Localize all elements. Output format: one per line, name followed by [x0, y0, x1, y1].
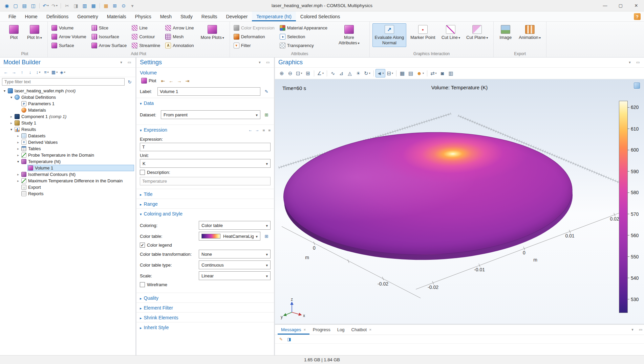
panel-detach-icon[interactable] [126, 59, 133, 66]
tree-item[interactable]: Probe Temperature in the Domain [0, 152, 135, 158]
plot-in-button[interactable]: Plot In [25, 23, 44, 42]
tree-item[interactable]: Reports [0, 190, 135, 197]
evaluate-along-normal-button[interactable]: Evaluate Along Normal [372, 23, 406, 47]
color-table-transformation-select[interactable]: None [199, 250, 271, 258]
tree-item[interactable]: Global Definitions [0, 94, 135, 100]
tag-display-icon[interactable]: ◈ [59, 69, 66, 76]
coloring-select[interactable]: Color table [199, 221, 271, 230]
zoom-out-icon[interactable]: ⊖ [286, 69, 294, 77]
move-up-icon[interactable]: ↑ [18, 69, 26, 76]
cut-icon[interactable]: ✂ [63, 2, 71, 10]
menu-tab[interactable]: Mesh [156, 12, 176, 21]
line-button[interactable]: Line [131, 23, 163, 32]
scale-select[interactable]: Linear [199, 271, 271, 280]
menu-tab[interactable]: Developer [222, 12, 252, 21]
undo-icon[interactable]: ↶ [42, 2, 50, 10]
save-icon[interactable]: ◫ [29, 2, 37, 10]
show-legends-icon[interactable]: ▤ [407, 69, 415, 77]
minimize-button[interactable]: — [597, 0, 613, 11]
tree-item[interactable]: Results [0, 126, 135, 133]
panel-detach-icon[interactable] [264, 59, 271, 66]
plot-yz-icon[interactable]: ◬ [346, 69, 354, 77]
tree-expander-icon[interactable] [16, 160, 21, 163]
mesh-button[interactable]: Mesh [164, 32, 196, 41]
tree-item[interactable]: Volume 1 [0, 165, 135, 171]
tree-expander-icon[interactable] [16, 147, 21, 151]
tree-item[interactable]: Component 1 (comp 1) [0, 113, 135, 120]
panel-menu-icon[interactable] [629, 326, 636, 333]
menu-tab[interactable]: Results [197, 12, 222, 21]
show-grid-icon[interactable]: ▦ [398, 69, 406, 77]
surface-button[interactable]: Surface [50, 41, 89, 50]
graphics-canvas[interactable]: Time=60 s Volume: Temperature (K) -0.02 … [275, 79, 644, 324]
expression-input[interactable] [140, 143, 271, 151]
select-mode-icon[interactable]: ◄ [375, 69, 385, 77]
tree-item[interactable]: Tables [0, 145, 135, 152]
wireframe-checkbox[interactable] [140, 282, 145, 287]
section-expression[interactable]: Expression [136, 124, 274, 134]
copy-icon[interactable]: ◨ [72, 2, 80, 10]
move-down-icon[interactable]: ↓ [26, 69, 34, 76]
go-to-view-icon[interactable]: ∠ [316, 69, 325, 77]
dataset-select[interactable]: From parent [161, 110, 260, 119]
transparency-button[interactable]: Transparency [279, 41, 330, 50]
plot-window-icon[interactable] [634, 83, 640, 89]
tree-item[interactable]: Parameters 1 [0, 100, 135, 107]
section-element-filter[interactable]: Element Filter [136, 302, 274, 312]
cut-line-button[interactable]: Cut Line [439, 23, 462, 42]
show-options-icon[interactable]: ≡ [43, 69, 50, 76]
more-plots-button[interactable]: More Plots [199, 23, 226, 42]
close-button[interactable]: ✕ [628, 0, 644, 11]
forward-icon[interactable]: → [10, 69, 18, 76]
section-shrink-elements[interactable]: Shrink Elements [136, 312, 274, 322]
help-icon[interactable]: ? [634, 13, 641, 20]
tree-item[interactable]: Isothermal Contours (ht) [0, 171, 135, 178]
tree-expander-icon[interactable] [9, 115, 14, 118]
panel-menu-icon[interactable] [118, 59, 125, 66]
replace-expression-icon[interactable] [267, 128, 271, 132]
zoom-extents-icon[interactable]: ⊞ [304, 69, 312, 77]
section-data[interactable]: Data [136, 98, 274, 108]
panel-menu-icon[interactable] [626, 59, 633, 66]
panel-detach-icon[interactable] [635, 59, 641, 66]
unit-select[interactable]: K [140, 159, 271, 168]
tree-expander-icon[interactable] [16, 140, 21, 144]
scene-light-icon[interactable]: ☀ [354, 69, 362, 77]
first-plot-icon[interactable] [160, 78, 166, 84]
last-plot-icon[interactable] [185, 78, 190, 84]
tree-item[interactable]: Study 1 [0, 120, 135, 126]
streamline-button[interactable]: Streamline [131, 41, 163, 50]
tree-expander-icon[interactable] [9, 121, 14, 125]
tree-item[interactable]: Derived Values [0, 139, 135, 145]
parameters-table-icon[interactable]: ▦ [102, 2, 110, 10]
customize-toolbar-icon[interactable]: ▾ [128, 2, 136, 10]
slice-button[interactable]: Slice [90, 23, 129, 32]
tab-chatbot[interactable]: Chatbot [348, 325, 375, 335]
redo-icon[interactable]: ↷ [50, 2, 59, 10]
tree-item[interactable]: Materials [0, 107, 135, 113]
tree-item[interactable]: Export [0, 184, 135, 190]
edit-label-icon[interactable] [262, 88, 271, 96]
section-inherit-style[interactable]: Inherit Style [136, 322, 274, 332]
annotation-button[interactable]: Annotation [164, 41, 196, 50]
zoom-in-icon[interactable]: ⊕ [278, 69, 286, 77]
filter-button[interactable]: Filter [233, 41, 277, 50]
section-title[interactable]: Title [136, 189, 274, 199]
menu-tab[interactable]: Study [176, 12, 197, 21]
tab-messages[interactable]: Messages [278, 325, 309, 335]
more-attributes-button[interactable]: More Attributes [332, 23, 366, 47]
menu-tab[interactable]: File [4, 12, 21, 21]
volume-button[interactable]: Volume [50, 23, 89, 32]
delete-icon[interactable]: ▦ [89, 2, 98, 10]
search-icon[interactable]: ⊙ [120, 2, 128, 10]
panel-detach-icon[interactable] [637, 326, 644, 333]
print-icon[interactable]: ▥ [447, 69, 455, 77]
back-icon[interactable]: ← [2, 69, 9, 76]
menu-tab[interactable]: Definitions [42, 12, 73, 21]
snapshot-icon[interactable]: ◙ [438, 69, 447, 77]
plot-xz-icon[interactable]: ⊿ [337, 69, 345, 77]
view-options-icon[interactable]: ↻ [363, 69, 372, 77]
animation-button[interactable]: Animation [517, 23, 543, 42]
selection-button[interactable]: Selection [279, 32, 330, 41]
tree-expander-icon[interactable] [2, 89, 7, 93]
